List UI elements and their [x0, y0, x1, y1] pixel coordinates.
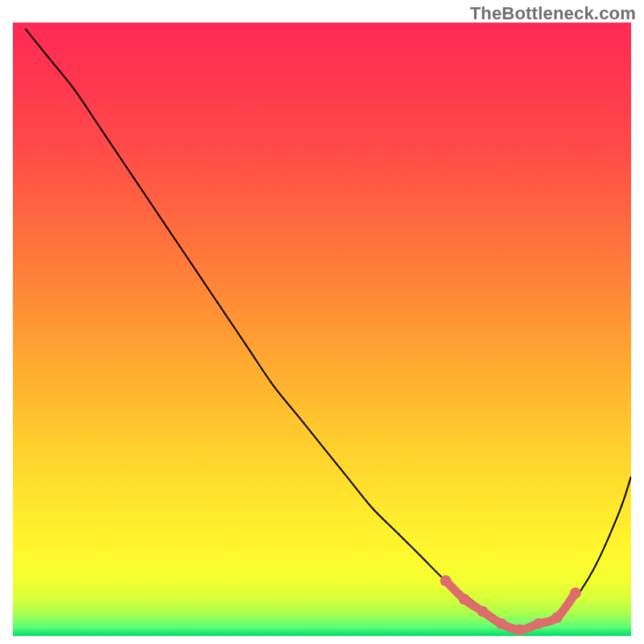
chart-plot	[13, 23, 631, 636]
highlight-dot	[440, 576, 452, 587]
highlight-dot	[496, 618, 507, 630]
highlight-dot	[570, 588, 581, 599]
watermark-text: TheBottleneck.com	[470, 3, 636, 24]
highlight-dot	[477, 606, 489, 617]
chart-svg	[13, 23, 631, 636]
highlight-dot	[533, 618, 544, 630]
chart-canvas: TheBottleneck.com	[0, 0, 644, 644]
highlight-dot	[459, 593, 470, 605]
highlight-dot	[514, 625, 526, 636]
gradient-background	[13, 23, 631, 636]
highlight-dot	[551, 612, 563, 623]
